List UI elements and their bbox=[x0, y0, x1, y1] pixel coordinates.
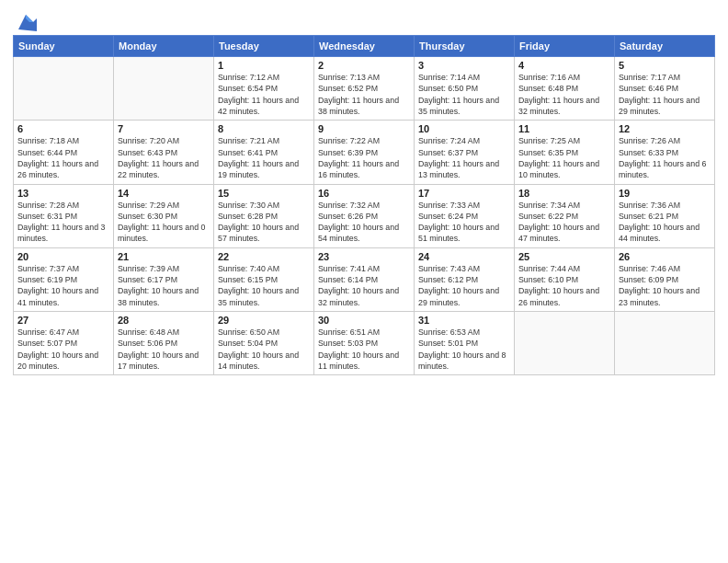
header bbox=[13, 9, 715, 31]
day-cell: 18Sunrise: 7:34 AM Sunset: 6:22 PM Dayli… bbox=[515, 184, 615, 247]
day-detail: Sunrise: 6:53 AM Sunset: 5:01 PM Dayligh… bbox=[418, 327, 510, 372]
day-number: 30 bbox=[318, 315, 410, 326]
day-cell: 1Sunrise: 7:12 AM Sunset: 6:54 PM Daylig… bbox=[214, 57, 314, 121]
day-cell: 17Sunrise: 7:33 AM Sunset: 6:24 PM Dayli… bbox=[415, 184, 515, 247]
day-detail: Sunrise: 7:28 AM Sunset: 6:31 PM Dayligh… bbox=[17, 200, 109, 245]
day-number: 23 bbox=[318, 251, 410, 262]
day-cell: 20Sunrise: 7:37 AM Sunset: 6:19 PM Dayli… bbox=[14, 247, 114, 311]
day-cell: 6Sunrise: 7:18 AM Sunset: 6:44 PM Daylig… bbox=[14, 121, 114, 184]
day-cell bbox=[14, 57, 114, 121]
day-detail: Sunrise: 7:39 AM Sunset: 6:17 PM Dayligh… bbox=[118, 263, 210, 308]
day-number: 24 bbox=[418, 251, 510, 262]
day-number: 31 bbox=[418, 315, 510, 326]
day-detail: Sunrise: 7:25 AM Sunset: 6:35 PM Dayligh… bbox=[518, 135, 610, 180]
week-row-5: 27Sunrise: 6:47 AM Sunset: 5:07 PM Dayli… bbox=[14, 312, 715, 375]
day-number: 9 bbox=[318, 123, 410, 134]
day-cell: 5Sunrise: 7:17 AM Sunset: 6:46 PM Daylig… bbox=[615, 57, 715, 121]
day-detail: Sunrise: 7:32 AM Sunset: 6:26 PM Dayligh… bbox=[318, 200, 410, 245]
logo-icon bbox=[15, 13, 37, 31]
day-detail: Sunrise: 7:24 AM Sunset: 6:37 PM Dayligh… bbox=[418, 135, 510, 180]
day-cell: 27Sunrise: 6:47 AM Sunset: 5:07 PM Dayli… bbox=[14, 312, 114, 375]
week-row-4: 20Sunrise: 7:37 AM Sunset: 6:19 PM Dayli… bbox=[14, 247, 715, 311]
day-cell: 19Sunrise: 7:36 AM Sunset: 6:21 PM Dayli… bbox=[615, 184, 715, 247]
week-row-1: 1Sunrise: 7:12 AM Sunset: 6:54 PM Daylig… bbox=[14, 57, 715, 121]
day-cell: 4Sunrise: 7:16 AM Sunset: 6:48 PM Daylig… bbox=[515, 57, 615, 121]
day-cell: 26Sunrise: 7:46 AM Sunset: 6:09 PM Dayli… bbox=[615, 247, 715, 311]
day-detail: Sunrise: 7:12 AM Sunset: 6:54 PM Dayligh… bbox=[218, 72, 310, 117]
day-detail: Sunrise: 7:34 AM Sunset: 6:22 PM Dayligh… bbox=[518, 200, 610, 245]
calendar-table: SundayMondayTuesdayWednesdayThursdayFrid… bbox=[13, 35, 715, 375]
day-detail: Sunrise: 7:41 AM Sunset: 6:14 PM Dayligh… bbox=[318, 263, 410, 308]
day-detail: Sunrise: 7:33 AM Sunset: 6:24 PM Dayligh… bbox=[418, 200, 510, 245]
day-detail: Sunrise: 7:40 AM Sunset: 6:15 PM Dayligh… bbox=[218, 263, 310, 308]
day-cell: 23Sunrise: 7:41 AM Sunset: 6:14 PM Dayli… bbox=[314, 247, 415, 311]
day-detail: Sunrise: 7:13 AM Sunset: 6:52 PM Dayligh… bbox=[318, 72, 410, 117]
week-row-3: 13Sunrise: 7:28 AM Sunset: 6:31 PM Dayli… bbox=[14, 184, 715, 247]
day-detail: Sunrise: 7:46 AM Sunset: 6:09 PM Dayligh… bbox=[619, 263, 711, 308]
day-cell: 24Sunrise: 7:43 AM Sunset: 6:12 PM Dayli… bbox=[415, 247, 515, 311]
day-cell: 7Sunrise: 7:20 AM Sunset: 6:43 PM Daylig… bbox=[114, 121, 214, 184]
day-cell: 14Sunrise: 7:29 AM Sunset: 6:30 PM Dayli… bbox=[114, 184, 214, 247]
day-detail: Sunrise: 7:21 AM Sunset: 6:41 PM Dayligh… bbox=[218, 135, 310, 180]
day-number: 11 bbox=[518, 123, 610, 134]
weekday-header-thursday: Thursday bbox=[415, 36, 515, 57]
day-cell: 10Sunrise: 7:24 AM Sunset: 6:37 PM Dayli… bbox=[415, 121, 515, 184]
day-number: 7 bbox=[118, 123, 210, 134]
day-detail: Sunrise: 6:50 AM Sunset: 5:04 PM Dayligh… bbox=[218, 327, 310, 372]
day-cell: 31Sunrise: 6:53 AM Sunset: 5:01 PM Dayli… bbox=[415, 312, 515, 375]
day-cell: 15Sunrise: 7:30 AM Sunset: 6:28 PM Dayli… bbox=[214, 184, 314, 247]
weekday-header-monday: Monday bbox=[114, 36, 214, 57]
day-cell bbox=[114, 57, 214, 121]
day-detail: Sunrise: 7:43 AM Sunset: 6:12 PM Dayligh… bbox=[418, 263, 510, 308]
day-number: 17 bbox=[418, 188, 510, 199]
day-cell: 2Sunrise: 7:13 AM Sunset: 6:52 PM Daylig… bbox=[314, 57, 415, 121]
day-detail: Sunrise: 7:29 AM Sunset: 6:30 PM Dayligh… bbox=[118, 200, 210, 245]
day-cell: 28Sunrise: 6:48 AM Sunset: 5:06 PM Dayli… bbox=[114, 312, 214, 375]
day-detail: Sunrise: 7:20 AM Sunset: 6:43 PM Dayligh… bbox=[118, 135, 210, 180]
day-cell: 11Sunrise: 7:25 AM Sunset: 6:35 PM Dayli… bbox=[515, 121, 615, 184]
day-number: 29 bbox=[218, 315, 310, 326]
day-detail: Sunrise: 6:51 AM Sunset: 5:03 PM Dayligh… bbox=[318, 327, 410, 372]
day-detail: Sunrise: 7:14 AM Sunset: 6:50 PM Dayligh… bbox=[418, 72, 510, 117]
day-number: 28 bbox=[118, 315, 210, 326]
day-cell bbox=[615, 312, 715, 375]
day-number: 25 bbox=[518, 251, 610, 262]
day-cell: 8Sunrise: 7:21 AM Sunset: 6:41 PM Daylig… bbox=[214, 121, 314, 184]
day-number: 15 bbox=[218, 188, 310, 199]
day-number: 16 bbox=[318, 188, 410, 199]
day-number: 5 bbox=[619, 60, 711, 71]
weekday-header-sunday: Sunday bbox=[14, 36, 114, 57]
day-cell bbox=[515, 312, 615, 375]
main-container: SundayMondayTuesdayWednesdayThursdayFrid… bbox=[0, 0, 728, 381]
day-number: 12 bbox=[619, 123, 711, 134]
day-cell: 3Sunrise: 7:14 AM Sunset: 6:50 PM Daylig… bbox=[415, 57, 515, 121]
day-detail: Sunrise: 7:17 AM Sunset: 6:46 PM Dayligh… bbox=[619, 72, 711, 117]
day-detail: Sunrise: 6:47 AM Sunset: 5:07 PM Dayligh… bbox=[17, 327, 109, 372]
weekday-header-row: SundayMondayTuesdayWednesdayThursdayFrid… bbox=[14, 36, 715, 57]
day-number: 2 bbox=[318, 60, 410, 71]
day-number: 13 bbox=[17, 188, 109, 199]
day-number: 4 bbox=[518, 60, 610, 71]
day-cell: 13Sunrise: 7:28 AM Sunset: 6:31 PM Dayli… bbox=[14, 184, 114, 247]
day-detail: Sunrise: 7:16 AM Sunset: 6:48 PM Dayligh… bbox=[518, 72, 610, 117]
day-cell: 30Sunrise: 6:51 AM Sunset: 5:03 PM Dayli… bbox=[314, 312, 415, 375]
day-cell: 16Sunrise: 7:32 AM Sunset: 6:26 PM Dayli… bbox=[314, 184, 415, 247]
day-cell: 12Sunrise: 7:26 AM Sunset: 6:33 PM Dayli… bbox=[615, 121, 715, 184]
weekday-header-friday: Friday bbox=[515, 36, 615, 57]
day-number: 8 bbox=[218, 123, 310, 134]
day-detail: Sunrise: 7:26 AM Sunset: 6:33 PM Dayligh… bbox=[619, 135, 711, 180]
day-detail: Sunrise: 7:22 AM Sunset: 6:39 PM Dayligh… bbox=[318, 135, 410, 180]
day-number: 27 bbox=[17, 315, 109, 326]
day-detail: Sunrise: 7:30 AM Sunset: 6:28 PM Dayligh… bbox=[218, 200, 310, 245]
day-cell: 29Sunrise: 6:50 AM Sunset: 5:04 PM Dayli… bbox=[214, 312, 314, 375]
weekday-header-wednesday: Wednesday bbox=[314, 36, 415, 57]
day-detail: Sunrise: 7:36 AM Sunset: 6:21 PM Dayligh… bbox=[619, 200, 711, 245]
day-number: 19 bbox=[619, 188, 711, 199]
day-number: 20 bbox=[17, 251, 109, 262]
weekday-header-tuesday: Tuesday bbox=[214, 36, 314, 57]
day-number: 18 bbox=[518, 188, 610, 199]
week-row-2: 6Sunrise: 7:18 AM Sunset: 6:44 PM Daylig… bbox=[14, 121, 715, 184]
day-detail: Sunrise: 7:18 AM Sunset: 6:44 PM Dayligh… bbox=[17, 135, 109, 180]
day-number: 3 bbox=[418, 60, 510, 71]
day-detail: Sunrise: 6:48 AM Sunset: 5:06 PM Dayligh… bbox=[118, 327, 210, 372]
